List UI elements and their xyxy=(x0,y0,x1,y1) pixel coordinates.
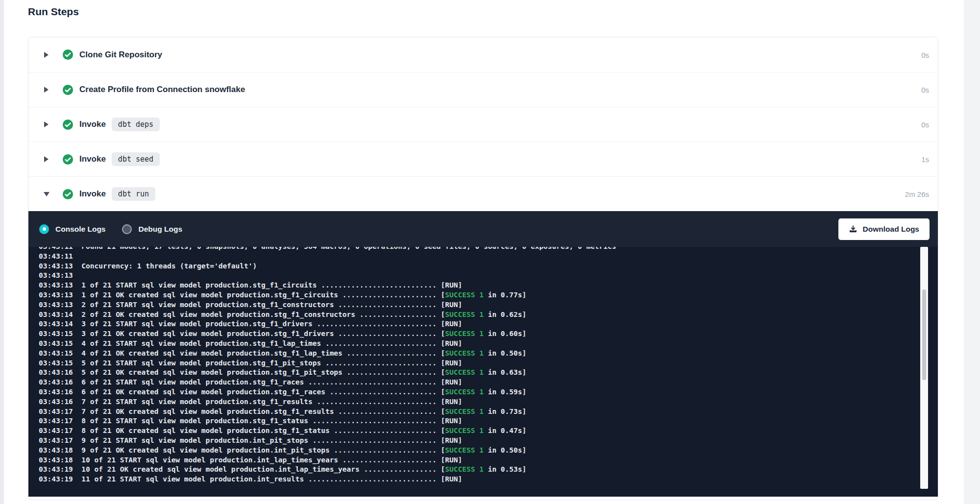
log-status: in 0.73s] xyxy=(484,408,526,415)
log-status: [RUN] xyxy=(441,320,463,328)
log-message: 3 of 21 OK created sql view model produc… xyxy=(73,330,441,337)
log-timestamp: 03:43:18 xyxy=(39,456,73,464)
run-step-row[interactable]: Invoke dbt seed 1s xyxy=(28,142,938,176)
log-status: [RUN] xyxy=(441,378,463,386)
log-line: 03:43:16 5 of 21 OK created sql view mod… xyxy=(39,368,938,378)
log-status: SUCCESS 1 xyxy=(445,465,484,473)
log-status: in 0.59s] xyxy=(484,388,526,396)
log-timestamp: 03:43:19 xyxy=(39,475,73,483)
console-log-output[interactable]: 03:43:11 Found 21 models, 17 tests, 0 sn… xyxy=(28,247,938,497)
log-status: in 0.77s] xyxy=(484,291,526,299)
log-status: SUCCESS 1 xyxy=(445,446,484,454)
caret-icon[interactable] xyxy=(44,52,49,58)
log-timestamp: 03:43:13 xyxy=(39,281,73,289)
log-status: [RUN] xyxy=(441,398,463,406)
log-status: in 0.63s] xyxy=(484,368,526,376)
log-line: 03:43:14 3 of 21 START sql view model pr… xyxy=(39,319,938,329)
success-check-icon xyxy=(62,154,74,165)
log-message: 8 of 21 START sql view model production.… xyxy=(73,417,441,425)
log-line: 03:43:17 8 of 21 START sql view model pr… xyxy=(39,416,938,426)
log-timestamp: 03:43:13 xyxy=(39,271,73,279)
step-duration: 1s xyxy=(921,155,929,164)
log-timestamp: 03:43:18 xyxy=(39,446,73,454)
log-line: 03:43:13 Concurrency: 1 threads (target=… xyxy=(39,262,938,271)
run-step-row[interactable]: Create Profile from Connection snowflake… xyxy=(28,72,938,107)
log-status: SUCCESS 1 xyxy=(445,311,484,318)
log-timestamp: 03:43:13 xyxy=(39,262,73,270)
run-step-row[interactable]: Clone Git Repository 0s xyxy=(28,37,938,72)
log-status: [RUN] xyxy=(441,301,463,309)
log-message: 10 of 21 OK created sql view model produ… xyxy=(73,465,441,473)
run-step-row[interactable]: Invoke dbt deps 0s xyxy=(28,107,938,142)
log-message: 4 of 21 START sql view model production.… xyxy=(73,339,441,347)
log-status: in 0.47s] xyxy=(484,427,526,434)
log-line: 03:43:17 7 of 21 OK created sql view mod… xyxy=(39,407,938,417)
log-timestamp: 03:43:13 xyxy=(39,301,73,309)
log-timestamp: 03:43:15 xyxy=(39,330,73,337)
log-line: 03:43:13 1 of 21 OK created sql view mod… xyxy=(39,290,938,300)
log-line: 03:43:19 11 of 21 START sql view model p… xyxy=(39,475,938,484)
download-icon xyxy=(849,225,858,234)
log-timestamp: 03:43:16 xyxy=(39,398,73,406)
log-line: 03:43:13 2 of 21 START sql view model pr… xyxy=(39,300,938,310)
log-timestamp: 03:43:16 xyxy=(39,368,73,376)
step-duration: 0s xyxy=(921,120,929,129)
log-line: 03:43:18 10 of 21 START sql view model p… xyxy=(39,456,938,465)
step-label: Create Profile from Connection snowflake xyxy=(79,85,245,95)
console-logs-radio[interactable] xyxy=(39,224,49,234)
log-message: 11 of 21 START sql view model production… xyxy=(73,475,441,483)
log-line: 03:43:15 4 of 21 START sql view model pr… xyxy=(39,339,938,349)
caret-icon[interactable] xyxy=(44,191,49,197)
log-status: in 0.50s] xyxy=(484,446,526,454)
log-status: SUCCESS 1 xyxy=(445,349,484,357)
step-label: Invoke xyxy=(79,154,106,164)
log-message: Found 21 models, 17 tests, 0 snapshots, … xyxy=(73,247,616,250)
log-message: 1 of 21 OK created sql view model produc… xyxy=(73,291,441,299)
log-timestamp: 03:43:11 xyxy=(39,247,73,250)
download-logs-label: Download Logs xyxy=(863,225,919,234)
log-timestamp: 03:43:14 xyxy=(39,311,73,318)
log-timestamp: 03:43:14 xyxy=(39,320,73,328)
log-lines: 03:43:11 Found 21 models, 17 tests, 0 sn… xyxy=(39,247,938,484)
log-message: 5 of 21 OK created sql view model produc… xyxy=(73,368,441,376)
log-line: 03:43:13 xyxy=(39,271,938,281)
log-status: SUCCESS 1 xyxy=(445,388,484,396)
log-line: 03:43:15 3 of 21 OK created sql view mod… xyxy=(39,329,938,339)
log-message: 7 of 21 OK created sql view model produc… xyxy=(73,408,441,415)
log-scrollbar[interactable] xyxy=(920,247,928,489)
log-line: 03:43:16 7 of 21 START sql view model pr… xyxy=(39,397,938,407)
log-status: SUCCESS 1 xyxy=(445,427,484,434)
log-status: in 0.62s] xyxy=(484,311,526,318)
log-scrollbar-thumb[interactable] xyxy=(922,289,926,380)
log-timestamp: 03:43:15 xyxy=(39,349,73,357)
debug-logs-label[interactable]: Debug Logs xyxy=(138,225,182,234)
log-timestamp: 03:43:17 xyxy=(39,417,73,425)
log-line: 03:43:13 1 of 21 START sql view model pr… xyxy=(39,281,938,290)
log-status: [RUN] xyxy=(441,475,463,483)
caret-icon[interactable] xyxy=(44,87,49,93)
log-timestamp: 03:43:16 xyxy=(39,388,73,396)
log-timestamp: 03:43:15 xyxy=(39,339,73,347)
debug-logs-radio[interactable] xyxy=(122,224,132,234)
log-timestamp: 03:43:19 xyxy=(39,465,73,473)
page-title: Run Steps xyxy=(28,6,79,18)
log-timestamp: 03:43:17 xyxy=(39,427,73,434)
step-duration: 0s xyxy=(921,50,929,59)
left-gutter xyxy=(0,0,4,504)
caret-icon[interactable] xyxy=(44,156,49,162)
step-label: Invoke xyxy=(79,189,106,199)
run-step-row[interactable]: Invoke dbt run 2m 26s xyxy=(28,176,938,211)
log-message: 10 of 21 START sql view model production… xyxy=(73,456,441,464)
log-message xyxy=(73,252,81,260)
log-message: 7 of 21 START sql view model production.… xyxy=(73,398,441,406)
download-logs-button[interactable]: Download Logs xyxy=(838,218,930,240)
log-status: [RUN] xyxy=(441,281,463,289)
console-logs-label[interactable]: Console Logs xyxy=(55,225,105,234)
log-line: 03:43:17 8 of 21 OK created sql view mod… xyxy=(39,426,938,436)
log-message: 6 of 21 START sql view model production.… xyxy=(73,378,441,386)
caret-icon[interactable] xyxy=(44,121,49,127)
log-timestamp: 03:43:11 xyxy=(39,252,73,260)
log-message: 4 of 21 OK created sql view model produc… xyxy=(73,349,441,357)
log-timestamp: 03:43:15 xyxy=(39,359,73,367)
log-line: 03:43:16 6 of 21 START sql view model pr… xyxy=(39,378,938,387)
